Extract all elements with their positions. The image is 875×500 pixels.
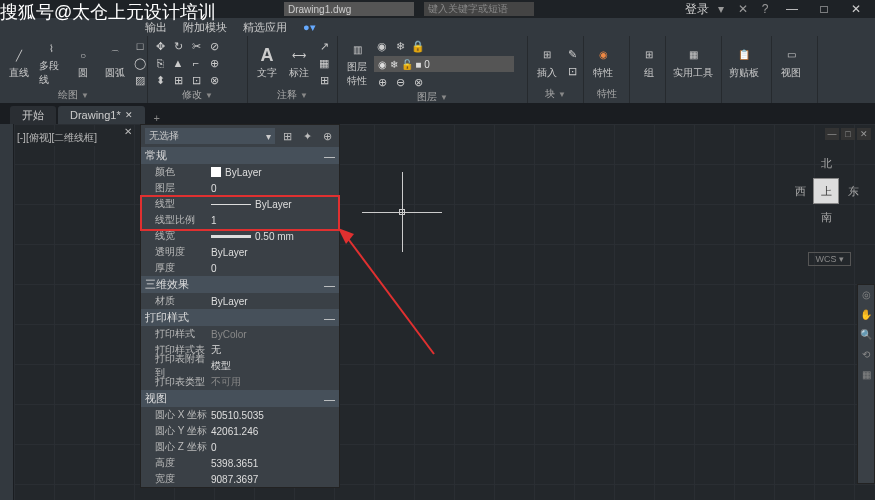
prop-transparency[interactable]: 透明度ByLayer [141, 244, 339, 260]
chevron-down-icon[interactable]: ▼ [558, 90, 566, 99]
menu-featured[interactable]: 精选应用 [243, 20, 287, 35]
move-icon[interactable]: ✥ [152, 38, 168, 54]
rotate-icon[interactable]: ↻ [170, 38, 186, 54]
layer-icon-6[interactable]: ⊗ [410, 74, 426, 90]
prop-color[interactable]: 颜色ByLayer [141, 164, 339, 180]
prop-width[interactable]: 宽度9087.3697 [141, 471, 339, 487]
viewport-label[interactable]: [-][俯视][二维线框] [16, 130, 98, 146]
block-small-1[interactable]: ✎ [564, 46, 580, 62]
nav-zoom-icon[interactable]: 🔍 [859, 329, 873, 343]
help-icon[interactable]: ? [755, 2, 775, 16]
stretch-icon[interactable]: ⬍ [152, 72, 168, 88]
prop-height[interactable]: 高度5398.3651 [141, 455, 339, 471]
vp-close-icon[interactable]: ✕ [857, 128, 871, 140]
prop-thickness[interactable]: 厚度0 [141, 260, 339, 276]
tab-start[interactable]: 开始 [10, 106, 56, 124]
modify-small-2[interactable]: ⊕ [206, 55, 222, 71]
layer-icon-4[interactable]: ⊕ [374, 74, 390, 90]
trim-icon[interactable]: ✂ [188, 38, 204, 54]
scale-icon[interactable]: ⊞ [170, 72, 186, 88]
prop-ltscale[interactable]: 线型比例1 [141, 212, 339, 228]
prop-center-z[interactable]: 圆心 Z 坐标0 [141, 439, 339, 455]
polyline-tool[interactable]: ⌇多段线 [36, 38, 66, 88]
exchange-icon[interactable]: ✕ [733, 2, 753, 16]
prop-center-y[interactable]: 圆心 Y 坐标42061.246 [141, 423, 339, 439]
modify-small-3[interactable]: ⊗ [206, 72, 222, 88]
section-plot[interactable]: 打印样式— [141, 309, 339, 326]
tab-close-icon[interactable]: ✕ [125, 110, 133, 120]
mirror-icon[interactable]: ▲ [170, 55, 186, 71]
chevron-down-icon[interactable]: ▼ [81, 91, 89, 100]
prop-lineweight[interactable]: 线宽0.50 mm [141, 228, 339, 244]
selection-dropdown[interactable]: 无选择▾ [145, 128, 275, 144]
chevron-down-icon[interactable]: ▼ [440, 93, 448, 102]
close-button[interactable]: ✕ [841, 0, 871, 18]
array-icon[interactable]: ⊡ [188, 72, 204, 88]
modify-small-1[interactable]: ⊘ [206, 38, 222, 54]
annot-small[interactable]: ⊞ [316, 72, 332, 88]
nav-orbit-icon[interactable]: ⟲ [859, 349, 873, 363]
search-input[interactable]: 键入关键字或短语 [424, 2, 534, 16]
clipboard-button[interactable]: 📋剪贴板 [726, 45, 762, 81]
toggle-pim-icon[interactable]: ⊕ [319, 128, 335, 144]
nav-wheel-icon[interactable]: ◎ [859, 289, 873, 303]
maximize-button[interactable]: □ [809, 0, 839, 18]
prop-material[interactable]: 材质ByLayer [141, 293, 339, 309]
text-tool[interactable]: A文字 [252, 45, 282, 81]
wcs-label[interactable]: WCS ▾ [808, 252, 851, 266]
layer-icon-2[interactable]: ❄ [392, 38, 408, 54]
layer-icon-3[interactable]: 🔒 [410, 38, 426, 54]
user-icon[interactable]: ▾ [711, 2, 731, 16]
quick-select-icon[interactable]: ⊞ [279, 128, 295, 144]
document-name[interactable]: Drawing1.dwg [284, 2, 414, 16]
layer-dropdown[interactable]: ◉ ❄ 🔓 ■ 0 [374, 56, 514, 72]
view-button[interactable]: ▭视图 [776, 45, 806, 81]
insert-block[interactable]: ⊞插入 [532, 45, 562, 81]
arc-tool[interactable]: ⌒圆弧 [100, 45, 130, 81]
draw-small-2[interactable]: ◯ [132, 55, 148, 71]
group-button[interactable]: ⊞组 [634, 45, 664, 81]
login-label[interactable]: 登录 [685, 1, 709, 18]
viewcube-west[interactable]: 西 [795, 184, 806, 199]
drawing-canvas[interactable]: [-][俯视][二维线框] ✕ — □ ✕ 无选择▾ ⊞ ✦ ⊕ 常规— 颜色B… [14, 124, 875, 500]
prop-linetype[interactable]: 线型ByLayer [141, 196, 339, 212]
chevron-down-icon[interactable]: ▼ [300, 91, 308, 100]
nav-showmotion-icon[interactable]: ▦ [859, 369, 873, 383]
block-small-2[interactable]: ⊡ [564, 63, 580, 79]
chevron-down-icon[interactable]: ▼ [205, 91, 213, 100]
vp-min-icon[interactable]: — [825, 128, 839, 140]
prop-plotstyle[interactable]: 打印样式ByColor [141, 326, 339, 342]
viewcube-east[interactable]: 东 [848, 184, 859, 199]
leader-icon[interactable]: ↗ [316, 38, 332, 54]
properties-button[interactable]: ◉特性 [588, 45, 618, 81]
viewcube-south[interactable]: 南 [821, 210, 832, 225]
section-view[interactable]: 视图— [141, 390, 339, 407]
layer-icon-5[interactable]: ⊖ [392, 74, 408, 90]
select-objects-icon[interactable]: ✦ [299, 128, 315, 144]
table-icon[interactable]: ▦ [316, 55, 332, 71]
section-3d[interactable]: 三维效果— [141, 276, 339, 293]
dimension-tool[interactable]: ⟷标注 [284, 45, 314, 81]
tab-drawing1[interactable]: Drawing1*✕ [58, 106, 145, 124]
prop-plotattach[interactable]: 打印表附着到模型 [141, 358, 339, 374]
panel-close-icon[interactable]: ✕ [124, 126, 132, 137]
minimize-button[interactable]: — [777, 0, 807, 18]
viewcube-north[interactable]: 北 [821, 156, 832, 171]
prop-plottype[interactable]: 打印表类型不可用 [141, 374, 339, 390]
draw-small-3[interactable]: ▨ [132, 72, 148, 88]
view-cube[interactable]: 北 西 东 南 上 [795, 154, 855, 234]
section-general[interactable]: 常规— [141, 147, 339, 164]
viewcube-top[interactable]: 上 [813, 178, 839, 204]
circle-tool[interactable]: ○圆 [68, 45, 98, 81]
new-tab-button[interactable]: + [147, 112, 167, 124]
draw-small-1[interactable]: □ [132, 38, 148, 54]
utilities-button[interactable]: ▦实用工具 [670, 45, 716, 81]
copy-icon[interactable]: ⎘ [152, 55, 168, 71]
fillet-icon[interactable]: ⌐ [188, 55, 204, 71]
nav-pan-icon[interactable]: ✋ [859, 309, 873, 323]
prop-center-x[interactable]: 圆心 X 坐标50510.5035 [141, 407, 339, 423]
layer-properties[interactable]: ▥图层 特性 [342, 39, 372, 89]
layer-icon-1[interactable]: ◉ [374, 38, 390, 54]
vp-max-icon[interactable]: □ [841, 128, 855, 140]
line-tool[interactable]: ╱直线 [4, 45, 34, 81]
